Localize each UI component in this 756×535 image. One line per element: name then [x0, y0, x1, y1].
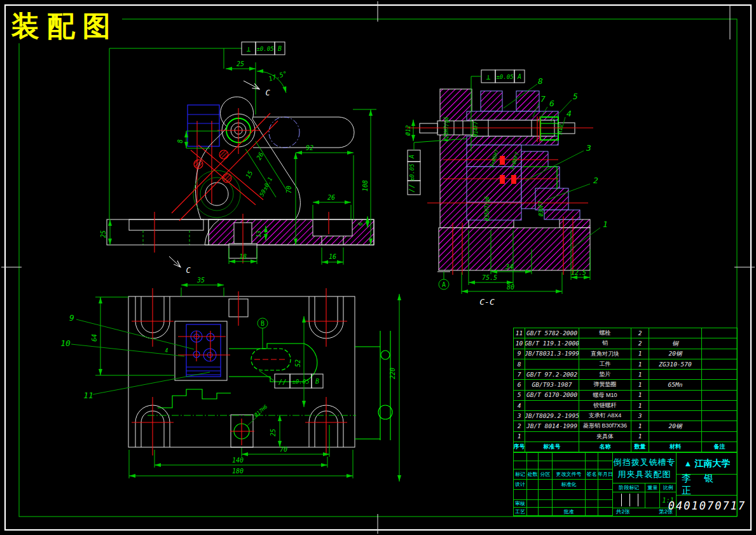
parts-table-cell [702, 421, 737, 431]
dimension-label: 12.5 [571, 269, 586, 276]
dimension-label: C-C [479, 297, 495, 307]
titleblock-label: 审核 [514, 500, 527, 508]
dimension-label: ±0.05 [256, 46, 273, 52]
titleblock-cell [598, 453, 613, 461]
parts-table-cell [649, 328, 702, 338]
parts-table-cell: 10 [514, 338, 525, 348]
parts-table-cell: 1 [631, 391, 649, 400]
weight-cell [645, 492, 660, 508]
titleblock-cell [586, 500, 598, 508]
scale-label: 比例 [660, 483, 676, 492]
parts-table-cell: 序号 [514, 442, 525, 452]
parts-table-cell [525, 401, 579, 410]
parts-table-row: 3JB/T8029.2-1995支承钉 A8X43 [514, 411, 737, 421]
dimension-label: 18 [239, 253, 247, 260]
titleblock-cell [553, 453, 586, 461]
parts-table-cell: GB/T 119.1-2000 [525, 338, 579, 348]
parts-table-cell: 螺栓 [579, 328, 631, 338]
titleblock-cell [598, 508, 613, 516]
titleblock-cell [553, 461, 586, 469]
titleblock-cell [527, 500, 539, 508]
parts-table-row: 8工件1ZG310-570 [514, 359, 737, 370]
parts-table-cell [702, 380, 737, 389]
university-name: 江南大学 [694, 458, 730, 469]
parts-table-cell [702, 391, 737, 400]
sheet-title: 装配图 [8, 9, 122, 43]
dimension-label: 108 [362, 180, 369, 191]
parts-table-cell: 菱形销 B30f7X36 [579, 421, 631, 431]
titleblock-label: 工艺 [514, 508, 527, 516]
parts-table-cell: ZG310-570 [649, 359, 702, 369]
dimension-label: Ø35H7/g6 [484, 197, 490, 221]
dimension-label: 59±0.1 [258, 176, 273, 198]
parts-table-cell: 数量 [631, 442, 649, 452]
parts-table-cell: JB/T8029.2-1995 [525, 411, 579, 420]
dimension-label: 8 [177, 139, 184, 143]
dimension-label: 26 [327, 194, 335, 201]
parts-table-cell: 直角对刀块 [579, 349, 631, 359]
part-callout-number: 11 [83, 391, 93, 400]
parts-table-cell: 备注 [702, 442, 737, 452]
parts-table-cell [702, 411, 737, 420]
parts-table-row: 11GB/T 5782-2000螺栓2 [514, 328, 737, 338]
parts-table-cell: 8 [514, 359, 525, 369]
dimension-label: 17.5° [268, 70, 288, 83]
parts-table-cell [649, 411, 702, 420]
dimension-label: // [278, 378, 286, 386]
part-callout-number: 6 [549, 99, 554, 108]
drawing-title-line1: 倒挡拨叉铣槽专 [614, 456, 676, 468]
dimension-label: ⊥ [486, 73, 491, 81]
titleblock-label: 处数 [527, 469, 539, 480]
dimension-label: M10 [557, 124, 563, 135]
dimension-label: ±0.05 [292, 379, 309, 385]
parts-table-cell [525, 432, 579, 441]
parts-table-cell [525, 359, 579, 369]
titleblock-cell [527, 453, 539, 461]
parts-table-cell: 4 [514, 401, 525, 410]
dimension-label: 26 [255, 151, 265, 162]
parts-table-cell: 20钢 [649, 349, 702, 359]
titleblock-cell [598, 490, 613, 500]
parts-table-row: 1夹具体1 [514, 432, 737, 442]
titleblock-cell [586, 461, 598, 469]
parts-table: 11GB/T 5782-2000螺栓210GB/T 119.1-2000销2铜9… [513, 328, 738, 452]
dimension-label: 6 [357, 222, 364, 225]
titleblock-cell [514, 461, 527, 469]
titleblock-cell [586, 508, 598, 516]
dimension-label: 140 [232, 457, 244, 464]
parts-table-cell: 1 [631, 401, 649, 410]
titleblock-cell [539, 490, 553, 500]
parts-table-cell: 20钢 [649, 421, 702, 431]
parts-table-row: 6GB/T93-1987弹簧垫圈165Mn [514, 380, 737, 390]
dimension-label: ⊥ [247, 45, 251, 53]
dimension-label: B [261, 320, 265, 327]
part-callout-number: 9 [69, 313, 74, 323]
titleblock-cell [539, 480, 553, 490]
dimension-label: 52 [294, 359, 301, 367]
dimension-label: 16 [329, 253, 336, 260]
parts-table-cell: 工件 [579, 359, 631, 369]
titleblock-cell [527, 461, 539, 469]
dimension-label: Ø14F7 [472, 122, 479, 137]
dimension-label: B [278, 45, 282, 52]
stage-label: 阶段标记 [613, 483, 645, 492]
title-block-right: ▲ 江南大学 李 银 正 0401070717 [677, 453, 738, 516]
parts-table-row: 5GB/T 6170-2000螺母 M101 [514, 391, 737, 401]
author-name: 李 银 正 [677, 475, 738, 496]
dimension-label: A [442, 281, 446, 288]
titleblock-label: 批准 [553, 508, 586, 516]
parts-table-cell: 标准号 [525, 442, 579, 452]
part-callout-number: 5 [573, 92, 578, 101]
dimension-label: 25 [100, 230, 107, 238]
drawing-title-line2: 用夹具装配图 [618, 468, 671, 480]
dimension-label: ±0.05 [409, 163, 415, 181]
parts-table-cell: GB/T 5782-2000 [525, 328, 579, 338]
parts-table-row: 10GB/T 119.1-2000销2铜 [514, 338, 737, 349]
dimension-label: 25 [237, 60, 244, 67]
parts-table-cell [649, 391, 702, 400]
dimension-label: ±0.05 [496, 74, 513, 80]
parts-table-cell: 1 [631, 359, 649, 369]
parts-table-cell: GB/T 6170-2000 [525, 391, 579, 400]
dimension-label: 80 [507, 284, 514, 291]
title-block-middle: 倒挡拨叉铣槽专 用夹具装配图 阶段标记 重量 比例 1:1 共2张 第2张 [613, 453, 677, 516]
